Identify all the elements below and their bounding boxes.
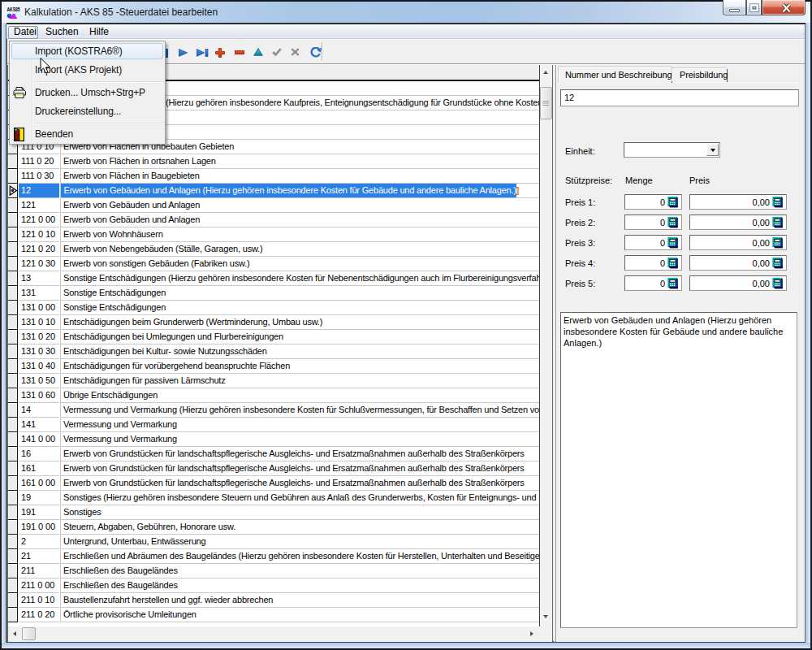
svg-text:AKS85: AKS85 [7, 6, 20, 13]
